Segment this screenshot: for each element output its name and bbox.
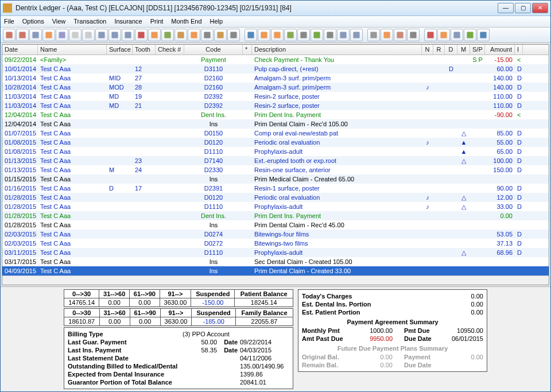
column-header-name[interactable]: Name [38, 45, 107, 55]
table-row[interactable]: 10/28/2014Test C AaaMOD28D2160Amalgam-3 … [2, 83, 549, 92]
toolbar-button-21[interactable] [271, 29, 284, 41]
maximize-button[interactable]: ▢ [515, 3, 531, 13]
toolbar-button-6[interactable] [82, 29, 95, 41]
toolbar-button-5[interactable] [69, 29, 82, 41]
toolbar-button-8[interactable] [108, 29, 121, 41]
toolbar-button-19[interactable] [245, 29, 257, 41]
toolbar-button-34[interactable] [424, 29, 437, 41]
menu-view[interactable]: View [52, 18, 66, 25]
table-row[interactable]: 11/03/2014Test C AaaMD21D2392Resin-2 sur… [2, 101, 549, 110]
table-row[interactable]: 01/28/2015Test C AaaD0120Periodic oral e… [2, 193, 549, 202]
toolbar-button-38[interactable] [477, 29, 490, 41]
menu-print[interactable]: Print [150, 18, 164, 25]
table-row[interactable]: 03/17/2015Test C AaaInsSec Dental Claim … [2, 257, 549, 266]
table-row[interactable]: 11/03/2014Test C AaaMD19D2392Resin-2 sur… [2, 92, 549, 101]
menu-options[interactable]: Options [22, 18, 44, 25]
minimize-button[interactable]: — [498, 3, 514, 13]
toolbar-button-31[interactable] [394, 29, 406, 41]
svg-rect-17 [230, 32, 236, 38]
table-row[interactable]: 01/13/2015Test C AaaM24D2330Resin-one su… [2, 165, 549, 174]
toolbar-button-9[interactable] [122, 29, 134, 41]
column-header-code[interactable]: Code [184, 45, 243, 55]
toolbar-button-16[interactable] [214, 29, 227, 41]
svg-rect-10 [138, 32, 144, 38]
toolbar-button-4[interactable] [56, 29, 68, 41]
column-header-i[interactable]: I [515, 45, 523, 55]
toolbar-button-35[interactable] [437, 29, 450, 41]
table-row[interactable]: 12/04/2014Test C AaaDent Ins.Prim Dent I… [2, 110, 549, 119]
column-header-amount[interactable]: Amount [485, 45, 515, 55]
column-header-check-[interactable]: Check # [156, 45, 184, 55]
ledger-grid: DateNameSurfaceToothCheck #Code*Descript… [2, 44, 549, 285]
svg-rect-20 [274, 32, 280, 38]
toolbar-button-30[interactable] [381, 29, 393, 41]
toolbar-button-12[interactable] [161, 29, 174, 41]
svg-rect-2 [32, 32, 38, 38]
table-row[interactable]: 01/15/2015Test C AaaInsPrim Medical Clai… [2, 174, 549, 184]
column-header-surface[interactable]: Surface [107, 45, 133, 55]
column-header-date[interactable]: Date [2, 45, 38, 55]
billing-info: Billing Type(3) PPO AccountLast Guar. Pa… [64, 327, 293, 389]
table-row[interactable]: 10/01/2014Test C Aaa12D3110Pulp cap-dire… [2, 64, 549, 73]
menu-insurance[interactable]: Insurance [114, 18, 142, 25]
toolbar-button-37[interactable] [464, 29, 476, 41]
table-row[interactable]: 09/22/2014<Family>PaymentCheck Payment -… [2, 55, 549, 64]
toolbar-button-17[interactable] [227, 29, 240, 41]
toolbar-button-24[interactable] [311, 29, 323, 41]
table-row[interactable]: 10/13/2014Test C AaaMID27D2160Amalgam-3 … [2, 73, 549, 83]
toolbar-button-7[interactable] [95, 29, 108, 41]
table-row[interactable]: 03/11/2015Test C AaaD1110Prophylaxis-adu… [2, 248, 549, 257]
toolbar-button-32[interactable] [407, 29, 420, 41]
table-row[interactable]: 01/28/2015Test C AaaDent Ins.Prim Dent I… [2, 211, 549, 220]
toolbar-button-23[interactable] [297, 29, 310, 41]
menu-transaction[interactable]: Transaction [73, 18, 106, 25]
table-row[interactable]: 12/04/2014Test C AaaInsPrim Dental Claim… [2, 119, 549, 129]
table-row[interactable]: 01/13/2015Test C Aaa23D7140Ext.-erupted … [2, 156, 549, 165]
toolbar-button-2[interactable] [29, 29, 42, 41]
column-header-n[interactable]: N [422, 45, 433, 55]
toolbar-button-0[interactable] [3, 29, 15, 41]
table-row[interactable]: 04/09/2015Test C AaaInsPrim Dental Claim… [2, 266, 549, 275]
toolbar-button-22[interactable] [284, 29, 297, 41]
table-row[interactable]: 01/28/2015Test C AaaInsPrim Dental Claim… [2, 220, 549, 230]
toolbar-button-10[interactable] [135, 29, 148, 41]
horizontal-scrollbar[interactable] [2, 275, 549, 285]
titlebar[interactable]: Dentrix Ledger - (Aaa, Test C) [ELCAJON]… [1, 1, 550, 16]
toolbar-button-13[interactable] [174, 29, 187, 41]
svg-rect-26 [353, 32, 359, 38]
app-icon [3, 3, 12, 13]
table-row[interactable]: 01/07/2015Test C AaaD0150Comp oral eval-… [2, 129, 549, 138]
toolbar-button-29[interactable] [367, 29, 380, 41]
table-row[interactable]: 02/03/2015Test C AaaD0274Bitewings-four … [2, 230, 549, 239]
toolbar-button-26[interactable] [337, 29, 350, 41]
toolbar-button-3[interactable] [42, 29, 55, 41]
column-header-r[interactable]: R [433, 45, 445, 55]
close-button[interactable]: ✕ [532, 3, 548, 13]
table-row[interactable]: 01/28/2015Test C AaaD1110Prophylaxis-adu… [2, 202, 549, 211]
table-row[interactable]: 02/03/2015Test C AaaD0272Bitewings-two f… [2, 239, 549, 248]
menu-file[interactable]: File [4, 18, 14, 25]
toolbar-button-20[interactable] [258, 29, 270, 41]
toolbar-button-25[interactable] [324, 29, 336, 41]
table-row[interactable]: 01/08/2015Test C AaaD0120Periodic oral e… [2, 138, 549, 147]
grid-body[interactable]: 09/18/2014Test C AaaD0120Periodic oral e… [2, 55, 549, 275]
column-header-s-p[interactable]: S/P [470, 45, 485, 55]
menu-month-end[interactable]: Month End [171, 18, 201, 25]
column-header-description[interactable]: Description [252, 45, 422, 55]
table-row[interactable]: 01/08/2015Test C AaaD1110Prophylaxis-adu… [2, 147, 549, 156]
toolbar-button-36[interactable] [451, 29, 463, 41]
toolbar-button-15[interactable] [201, 29, 214, 41]
toolbar-button-1[interactable] [16, 29, 29, 41]
column-header-m[interactable]: M [457, 45, 470, 55]
toolbar-button-27[interactable] [350, 29, 363, 41]
svg-rect-24 [327, 32, 333, 38]
svg-rect-27 [370, 32, 377, 38]
table-row[interactable]: 01/16/2015Test C AaaD17D2391Resin-1 surf… [2, 184, 549, 193]
column-header--[interactable]: * [243, 45, 252, 55]
menu-help[interactable]: Help [210, 18, 223, 25]
svg-rect-6 [85, 32, 91, 38]
toolbar-button-14[interactable] [188, 29, 200, 41]
column-header-tooth[interactable]: Tooth [133, 45, 156, 55]
column-header-d[interactable]: D [445, 45, 457, 55]
toolbar-button-11[interactable] [148, 29, 161, 41]
